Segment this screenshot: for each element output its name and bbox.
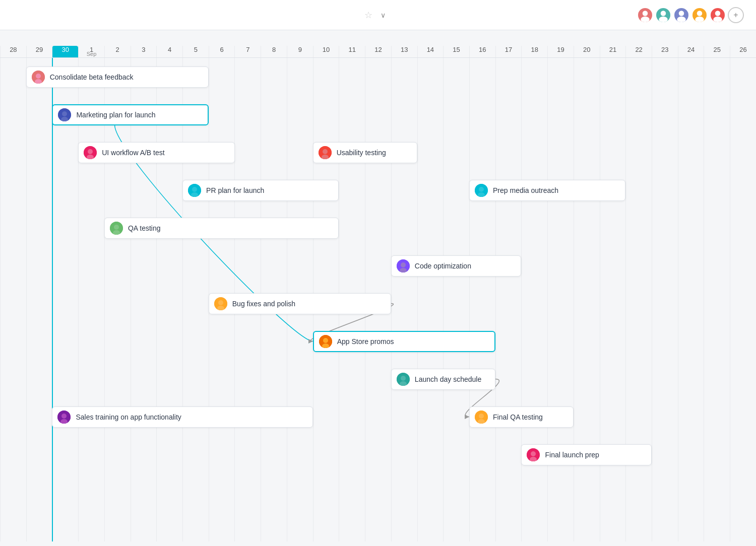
month-label: Sep bbox=[87, 51, 97, 57]
task-avatar bbox=[110, 222, 123, 235]
svg-point-17 bbox=[88, 149, 93, 154]
timeline-date-23: 23 bbox=[652, 46, 678, 57]
task-label: Usability testing bbox=[337, 149, 386, 157]
timeline-date-28: 28 bbox=[0, 46, 26, 57]
timeline-date-8: 8 bbox=[261, 46, 287, 57]
timeline-date-7: 7 bbox=[234, 46, 261, 57]
svg-point-11 bbox=[36, 74, 41, 79]
timeline-date-10: 10 bbox=[313, 46, 339, 57]
task-card-t13[interactable]: Final QA testing bbox=[469, 406, 574, 428]
timeline-date-16: 16 bbox=[469, 46, 495, 57]
task-label: Sales training on app functionality bbox=[76, 413, 181, 421]
svg-point-35 bbox=[218, 300, 223, 305]
task-card-t11[interactable]: Launch day schedule bbox=[391, 369, 495, 390]
task-card-t1[interactable]: Consolidate beta feedback bbox=[26, 66, 209, 88]
add-member-button[interactable]: + bbox=[728, 7, 744, 23]
task-avatar bbox=[527, 448, 540, 461]
svg-point-7 bbox=[695, 16, 704, 22]
task-card-t3[interactable]: UI workflow A/B test bbox=[78, 142, 234, 163]
grid-col-21 bbox=[547, 58, 574, 541]
avatar-1[interactable] bbox=[637, 7, 653, 23]
task-card-t4[interactable]: Usability testing bbox=[313, 142, 417, 163]
timeline-date-5: 5 bbox=[182, 46, 209, 57]
timeline-date-2: 2 bbox=[104, 46, 131, 57]
svg-point-0 bbox=[643, 11, 648, 16]
grid-col-20 bbox=[521, 58, 547, 541]
svg-point-26 bbox=[479, 187, 484, 192]
timeline-date-6: 6 bbox=[209, 46, 235, 57]
task-avatar bbox=[188, 184, 201, 197]
grid-col-3 bbox=[78, 58, 104, 541]
svg-point-2 bbox=[661, 11, 666, 16]
task-avatar bbox=[397, 259, 410, 272]
grid-col-22 bbox=[574, 58, 600, 541]
gantt-container: 282930Sep1234567891011121314151617181920… bbox=[0, 30, 756, 546]
timeline-date-20: 20 bbox=[574, 46, 600, 57]
grid-col-19 bbox=[495, 58, 522, 541]
timeline-date-9: 9 bbox=[287, 46, 313, 57]
svg-point-14 bbox=[62, 111, 67, 116]
task-avatar bbox=[475, 411, 488, 424]
timeline-date-29: 29 bbox=[26, 46, 52, 57]
grid-col-2 bbox=[52, 58, 78, 541]
timeline-date-21: 21 bbox=[600, 46, 626, 57]
task-avatar bbox=[84, 146, 97, 159]
avatar-5[interactable] bbox=[710, 7, 726, 23]
task-avatar bbox=[319, 146, 332, 159]
task-label: Consolidate beta feedback bbox=[50, 73, 134, 81]
task-card-t6[interactable]: Prep media outreach bbox=[469, 180, 625, 201]
grid-col-17 bbox=[443, 58, 469, 541]
task-label: App Store promos bbox=[337, 337, 394, 346]
grid-col-15 bbox=[391, 58, 417, 541]
task-card-t7[interactable]: QA testing bbox=[104, 218, 339, 239]
timeline-date-13: 13 bbox=[391, 46, 417, 57]
task-avatar bbox=[475, 184, 488, 197]
grid-col-24 bbox=[625, 58, 652, 541]
timeline-date-3: 3 bbox=[131, 46, 157, 57]
avatar-2[interactable] bbox=[655, 7, 671, 23]
task-label: QA testing bbox=[128, 224, 161, 232]
task-label: Final launch prep bbox=[545, 451, 599, 459]
avatar-3[interactable] bbox=[673, 7, 689, 23]
task-card-t14[interactable]: Final launch prep bbox=[521, 444, 652, 465]
task-card-t2[interactable]: Marketing plan for launch bbox=[52, 104, 208, 125]
grid-col-28 bbox=[730, 58, 756, 541]
grid-col-6 bbox=[156, 58, 182, 541]
task-label: Final QA testing bbox=[493, 413, 543, 421]
task-label: Code optimization bbox=[415, 262, 471, 270]
svg-point-4 bbox=[679, 11, 684, 16]
chevron-down-icon[interactable]: ∨ bbox=[381, 11, 386, 19]
grid-col-1 bbox=[26, 58, 52, 541]
task-avatar bbox=[214, 297, 227, 310]
svg-point-47 bbox=[479, 414, 484, 419]
task-card-t9[interactable]: Bug fixes and polish bbox=[209, 293, 391, 314]
app-bar: ☆ ∨ + bbox=[0, 0, 756, 30]
task-card-t12[interactable]: Sales training on app functionality bbox=[52, 406, 312, 428]
task-label: PR plan for launch bbox=[206, 186, 264, 194]
svg-point-3 bbox=[659, 16, 668, 22]
grid-col-27 bbox=[704, 58, 730, 541]
star-icon[interactable]: ☆ bbox=[364, 10, 372, 21]
task-card-t10[interactable]: App Store promos bbox=[313, 331, 495, 352]
svg-point-5 bbox=[677, 16, 686, 22]
svg-point-6 bbox=[697, 11, 703, 16]
svg-point-32 bbox=[401, 262, 406, 267]
timeline-date-15: 15 bbox=[443, 46, 469, 57]
timeline-header: 282930Sep1234567891011121314151617181920… bbox=[0, 30, 756, 58]
grid-col-18 bbox=[469, 58, 495, 541]
avatar-4[interactable] bbox=[691, 7, 708, 23]
timeline-date-11: 11 bbox=[339, 46, 365, 57]
task-card-t8[interactable]: Code optimization bbox=[391, 255, 522, 277]
svg-point-9 bbox=[713, 16, 722, 22]
app-bar-center: ☆ ∨ bbox=[364, 10, 386, 21]
svg-point-41 bbox=[401, 376, 406, 381]
timeline-date-19: 19 bbox=[547, 46, 574, 57]
timeline-date-4: 4 bbox=[156, 46, 182, 57]
timeline-date-22: 22 bbox=[625, 46, 652, 57]
task-label: Launch day schedule bbox=[415, 375, 481, 383]
svg-point-1 bbox=[641, 16, 650, 22]
timeline-date-30: 30 bbox=[52, 46, 78, 57]
timeline-date-1: Sep1 bbox=[78, 46, 104, 57]
task-card-t5[interactable]: PR plan for launch bbox=[182, 180, 339, 201]
grid-col-16 bbox=[417, 58, 444, 541]
